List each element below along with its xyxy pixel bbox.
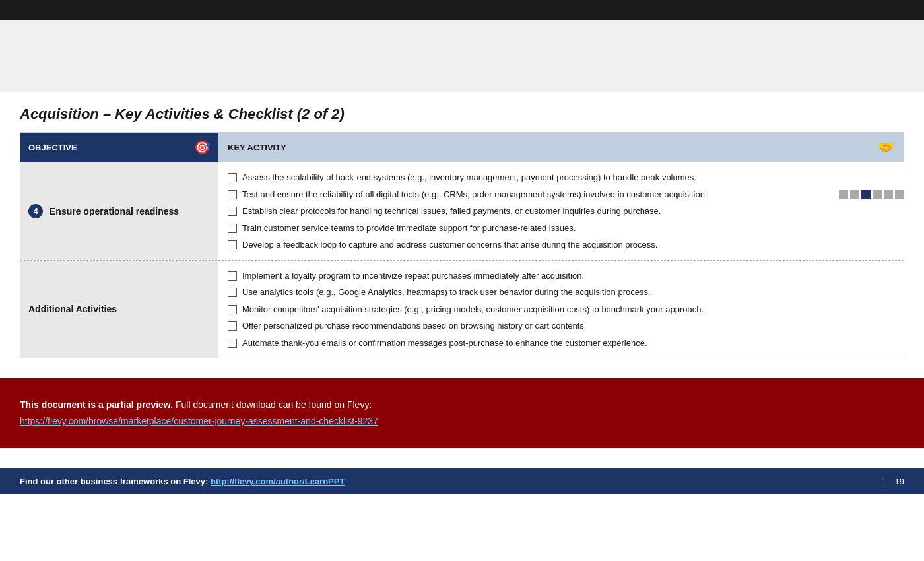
- checkbox-1-4[interactable]: [228, 224, 237, 233]
- objective-header-label: OBJECTIVE: [28, 143, 77, 152]
- activity-item-2-3: Monitor competitors' acquisition strateg…: [228, 301, 894, 318]
- footer-left: Find our other business frameworks on Fl…: [20, 475, 345, 487]
- checkbox-2-5[interactable]: [228, 339, 237, 348]
- footer-link[interactable]: http://flevy.com/author/LearnPPT: [211, 477, 345, 486]
- checkbox-2-4[interactable]: [228, 321, 237, 331]
- main-table: OBJECTIVE 🎯 KEY ACTIVITY 🤝 4 Ensure oper…: [20, 132, 904, 358]
- footer-bar: Find our other business frameworks on Fl…: [0, 468, 924, 494]
- activity-header: KEY ACTIVITY 🤝: [218, 133, 904, 162]
- activities-cell-1: Assess the scalability of back-end syste…: [218, 162, 904, 260]
- grid-sq-3: [861, 190, 871, 199]
- activity-item-1-3: Establish clear protocols for handling t…: [228, 203, 894, 220]
- banner-text: This document is a partial preview. Full…: [20, 397, 904, 413]
- activity-item-1-1: Assess the scalability of back-end syste…: [228, 169, 894, 186]
- activity-item-1-2: Test and ensure the reliability of all d…: [228, 186, 894, 203]
- grid-sq-2: [850, 190, 859, 199]
- activity-item-1-5: Develop a feedback loop to capture and a…: [228, 236, 894, 253]
- activity-item-2-1: Implement a loyalty program to incentivi…: [228, 267, 894, 284]
- activity-item-2-2: Use analytics tools (e.g., Google Analyt…: [228, 284, 894, 301]
- bottom-spacer: [0, 448, 924, 468]
- red-banner: This document is a partial preview. Full…: [0, 378, 924, 448]
- grid-sq-4: [873, 190, 882, 199]
- spacer-mid: [0, 358, 924, 378]
- slide-title: Acquisition – Key Activities & Checklist…: [20, 106, 904, 123]
- grid-icons: [839, 190, 904, 199]
- grid-sq-5: [884, 190, 893, 199]
- banner-bold: This document is a partial preview.: [20, 399, 173, 410]
- table-row-2: Additional Activities Implement a loyalt…: [20, 260, 904, 358]
- grid-sq-6: [895, 190, 904, 199]
- footer-page-number: 19: [884, 477, 904, 486]
- banner-link-line: https://flevy.com/browse/marketplace/cus…: [20, 413, 904, 430]
- objective-cell-1: 4 Ensure operational readiness: [20, 162, 218, 260]
- banner-link[interactable]: https://flevy.com/browse/marketplace/cus…: [20, 416, 378, 426]
- activity-item-2-4: Offer personalized purchase recommendati…: [228, 317, 894, 335]
- banner-normal: Full document download can be found on F…: [176, 399, 372, 410]
- table-row-1: 4 Ensure operational readiness Assess th…: [20, 162, 904, 260]
- checkbox-2-2[interactable]: [228, 288, 237, 297]
- checkbox-2-1[interactable]: [228, 271, 237, 280]
- top-bar: [0, 0, 924, 20]
- objective-header: OBJECTIVE 🎯: [20, 133, 218, 162]
- table-header: OBJECTIVE 🎯 KEY ACTIVITY 🤝: [20, 133, 904, 162]
- grid-sq-1: [839, 190, 848, 199]
- checkbox-1-3[interactable]: [228, 207, 237, 216]
- objective-label-1: Ensure operational readiness: [50, 205, 179, 217]
- main-content: Acquisition – Key Activities & Checklist…: [0, 92, 924, 358]
- activity-header-label: KEY ACTIVITY: [228, 143, 286, 152]
- checkbox-1-2[interactable]: [228, 190, 237, 199]
- activities-cell-2: Implement a loyalty program to incentivi…: [218, 261, 904, 358]
- activity-header-icon: 🤝: [878, 139, 894, 155]
- slide-top-area: [0, 20, 924, 92]
- checkbox-2-3[interactable]: [228, 305, 237, 314]
- objective-label-2: Additional Activities: [28, 303, 117, 315]
- footer-text: Find our other business frameworks on Fl…: [20, 477, 211, 486]
- objective-icon: 🎯: [194, 139, 211, 155]
- activity-item-2-5: Automate thank-you emails or confirmatio…: [228, 335, 894, 352]
- checkbox-1-1[interactable]: [228, 173, 237, 182]
- objective-cell-2: Additional Activities: [20, 261, 218, 358]
- number-badge-1: 4: [28, 204, 43, 218]
- activity-item-1-4: Train customer service teams to provide …: [228, 220, 894, 237]
- checkbox-1-5[interactable]: [228, 240, 237, 249]
